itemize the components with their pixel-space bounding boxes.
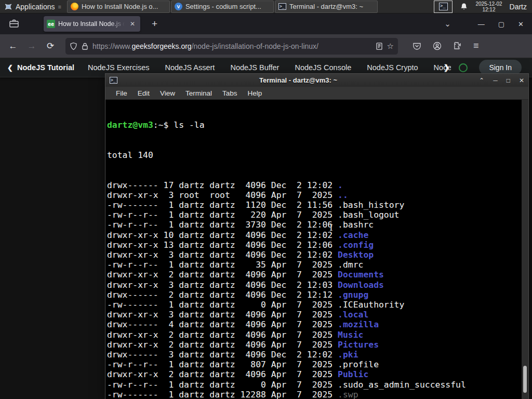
chevron-right-icon[interactable]: ❯ <box>444 63 450 72</box>
terminal-icon: >_ <box>110 77 117 84</box>
window-button-terminal[interactable]: >_ Terminal - dartz@vm3: ~ <box>275 1 378 13</box>
url-path: /node-js/installation-of-node-js-on-linu… <box>192 42 318 50</box>
directory-name: .pki <box>338 350 358 360</box>
toolbar-right-icons: ≡ <box>413 41 479 51</box>
menu-edit[interactable]: Edit <box>132 89 155 97</box>
nav-item[interactable]: NodeJS Console <box>295 63 351 72</box>
terminal-output-line: -rw------- 1 dartz dartz 0 Apr 7 2025 .I… <box>107 300 521 310</box>
maximize-button[interactable]: □ <box>507 77 510 84</box>
bookmark-star-icon[interactable]: ☆ <box>387 42 394 51</box>
file-name: .ICEauthority <box>338 300 404 310</box>
nav-item-nodejs-tutorial[interactable]: ❮ NodeJS Tutorial <box>7 63 74 72</box>
terminal-listing: drwx------ 17 dartz dartz 4096 Dec 2 12:… <box>107 180 521 399</box>
forward-button[interactable]: → <box>24 38 39 54</box>
terminal-output-line: drwxr-xr-x 3 root root 4096 Apr 7 2025 .… <box>107 190 521 200</box>
menu-view[interactable]: View <box>155 89 180 97</box>
applications-menu-button[interactable]: Applications ≡ <box>0 0 67 14</box>
new-tab-button[interactable]: + <box>148 18 162 30</box>
nav-item[interactable]: NodeJS Assert <box>165 63 215 72</box>
clock-time: 12:12 <box>475 7 502 12</box>
url-prefix: https://www. <box>92 42 131 50</box>
minimize-button[interactable]: — <box>478 20 485 28</box>
ibeam-cursor: I <box>329 222 333 233</box>
terminal-title-bar[interactable]: >_ Terminal - dartz@vm3: ~ ⌃ ─ □ ✕ <box>105 74 528 87</box>
terminal-scrollbar[interactable] <box>522 100 528 399</box>
terminal-output-line: -rw-r--r-- 1 dartz dartz 807 Apr 7 2025 … <box>107 360 521 369</box>
maximize-button[interactable]: ▢ <box>498 20 504 28</box>
terminal-output-area[interactable]: dartz@vm3:~$ ls -la total 140 drwx------… <box>105 100 528 399</box>
directory-name: . <box>338 180 343 190</box>
terminal-window: >_ Terminal - dartz@vm3: ~ ⌃ ─ □ ✕ File … <box>105 73 529 399</box>
terminal-output-line: total 140 <box>107 150 521 160</box>
search-icon[interactable] <box>459 63 468 72</box>
tray-terminal-icon[interactable]: >_ <box>434 1 453 13</box>
pocket-icon[interactable] <box>413 42 421 50</box>
file-name: .swp <box>338 390 358 399</box>
directory-name: Pictures <box>338 340 379 350</box>
directory-name: Public <box>338 369 368 379</box>
prompt-suffix: :~$ <box>153 120 174 130</box>
browser-toolbar: ← → ⟳ https://www.geeksforgeeks.org/node… <box>0 34 532 58</box>
menu-terminal[interactable]: Terminal <box>180 89 217 97</box>
back-button[interactable]: ← <box>5 38 21 54</box>
menu-file[interactable]: File <box>111 89 132 97</box>
shade-button[interactable]: ⌃ <box>479 77 484 84</box>
terminal-output-line: drwxr-xr-x 10 dartz dartz 4096 Dec 2 12:… <box>107 230 521 240</box>
terminal-output-line: drwxr-xr-x 2 dartz dartz 4096 Apr 7 2025… <box>107 270 521 280</box>
window-button-label: Settings - codium script... <box>185 3 261 10</box>
url-bar[interactable]: https://www.geeksforgeeks.org/node-js/in… <box>65 38 398 55</box>
window-button-codium[interactable]: V Settings - codium script... <box>171 1 274 13</box>
file-name: .profile <box>338 360 379 369</box>
close-button[interactable]: ✕ <box>519 77 524 84</box>
directory-name: Music <box>338 330 363 340</box>
directory-name: .mozilla <box>338 320 379 329</box>
window-button-firefox[interactable]: How to Install Node.js o... <box>67 1 170 13</box>
lock-icon[interactable] <box>82 42 88 50</box>
gfg-subnav-items: NodeJS Exercises NodeJS Assert NodeJS Bu… <box>88 63 451 72</box>
system-tray: >_ 2025-12-02 12:12 Dartz <box>434 0 532 14</box>
minimize-button[interactable]: ─ <box>493 77 498 84</box>
prompt-user-host: dartz@vm3 <box>107 120 153 130</box>
window-button-label: Terminal - dartz@vm3: ~ <box>289 3 363 10</box>
terminal-menu-bar: File Edit View Terminal Tabs Help <box>105 87 528 100</box>
browser-tab-bar: ee How to Install Node.js on ✕ + ⌄ — ▢ ✕ <box>0 14 532 34</box>
directory-name: .local <box>338 310 368 320</box>
terminal-output-line: drwxr-xr-x 3 dartz dartz 4096 Dec 2 12:0… <box>107 250 521 260</box>
codium-icon: V <box>175 3 182 10</box>
list-all-tabs-icon[interactable]: ⌄ <box>444 19 451 29</box>
account-icon[interactable] <box>433 42 442 50</box>
directory-name: Desktop <box>338 250 374 260</box>
terminal-output-line: -rw-r--r-- 1 dartz dartz 220 Apr 7 2025 … <box>107 210 521 220</box>
file-name: .dmrc <box>338 260 363 270</box>
tab-close-icon[interactable]: ✕ <box>128 19 137 29</box>
nav-item[interactable]: NodeJS Crypto <box>367 63 418 72</box>
menu-tabs[interactable]: Tabs <box>217 89 243 97</box>
file-name: .bash_logout <box>338 210 399 220</box>
terminal-output-line: drwxr-xr-x 3 dartz dartz 4096 Dec 2 12:0… <box>107 280 521 290</box>
scrollbar-thumb[interactable] <box>523 366 527 393</box>
menu-icon[interactable]: ≡ <box>473 41 479 51</box>
extensions-icon[interactable] <box>453 42 462 50</box>
shield-icon[interactable] <box>70 42 77 50</box>
directory-name: .cache <box>338 230 368 240</box>
reader-mode-icon[interactable] <box>376 42 383 50</box>
terminal-output-line: -rw------- 1 dartz dartz 12288 Apr 7 202… <box>107 390 521 399</box>
panel-grip-icon: ≡ <box>58 4 61 10</box>
nav-item[interactable]: NodeJS Exercises <box>88 63 149 72</box>
menu-help[interactable]: Help <box>243 89 268 97</box>
clock[interactable]: 2025-12-02 12:12 <box>475 1 502 12</box>
terminal-window-controls: ⌃ ─ □ ✕ <box>479 77 524 84</box>
close-button[interactable]: ✕ <box>518 20 524 28</box>
browser-tab-active[interactable]: ee How to Install Node.js on ✕ <box>44 16 140 32</box>
terminal-output-line: drwxr-xr-x 3 dartz dartz 4096 Apr 7 2025… <box>107 310 521 320</box>
reload-button[interactable]: ⟳ <box>43 38 58 54</box>
terminal-icon: >_ <box>278 3 286 10</box>
notification-bell-icon[interactable] <box>460 3 468 11</box>
file-name: .bash_history <box>338 200 404 210</box>
nav-item[interactable]: NodeJS Buffer <box>230 63 279 72</box>
chevron-left-icon[interactable]: ❮ <box>7 64 13 72</box>
terminal-output-line: drwxr-xr-x 2 dartz dartz 4096 Apr 7 2025… <box>107 340 521 350</box>
geeksforgeeks-favicon: ee <box>47 20 55 28</box>
firefox-view-button[interactable] <box>6 17 22 31</box>
tab-title: How to Install Node.js on <box>58 20 125 28</box>
